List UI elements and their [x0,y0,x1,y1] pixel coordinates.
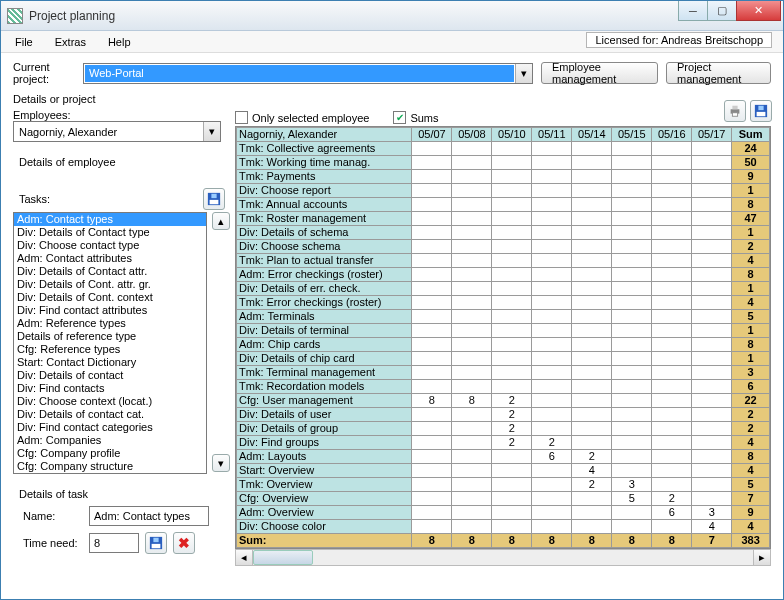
grid-cell[interactable] [692,352,732,366]
grid-header-sum[interactable]: Sum [732,128,770,142]
grid-cell[interactable] [492,142,532,156]
grid-cell[interactable] [612,282,652,296]
grid-cell[interactable] [572,226,612,240]
grid-cell[interactable]: 2 [572,450,612,464]
grid-header-date[interactable]: 05/11 [532,128,572,142]
grid-cell[interactable] [572,156,612,170]
grid-cell[interactable] [652,212,692,226]
grid-cell[interactable] [652,296,692,310]
table-row[interactable]: Start: Overview44 [237,464,770,478]
grid-cell[interactable]: 8 [452,394,492,408]
grid-cell[interactable] [652,352,692,366]
grid-cell[interactable] [492,450,532,464]
grid-cell[interactable] [452,520,492,534]
grid-cell[interactable] [412,142,452,156]
grid-cell[interactable] [652,436,692,450]
grid-cell[interactable] [412,506,452,520]
table-row[interactable]: Div: Details of user22 [237,408,770,422]
print-button[interactable] [724,100,746,122]
table-row[interactable]: Adm: Error checkings (roster)8 [237,268,770,282]
grid-cell[interactable] [612,408,652,422]
grid-cell[interactable] [652,366,692,380]
grid-cell[interactable] [532,240,572,254]
table-row[interactable]: Div: Find groups224 [237,436,770,450]
grid-cell[interactable] [692,198,732,212]
grid-cell[interactable] [412,170,452,184]
grid-header-date[interactable]: 05/14 [572,128,612,142]
grid-cell[interactable] [612,394,652,408]
only-selected-checkbox[interactable]: Only selected employee [235,111,369,124]
grid-cell[interactable] [412,352,452,366]
list-item[interactable]: Adm: Contact types [14,213,206,226]
list-item[interactable]: Div: Details of contact cat. [14,408,206,421]
chevron-down-icon[interactable]: ▾ [203,122,220,141]
task-name-field[interactable]: Adm: Contact types [89,506,209,526]
table-row[interactable]: Div: Choose report1 [237,184,770,198]
grid-cell[interactable] [612,366,652,380]
list-item[interactable]: Div: Details of Contact attr. [14,265,206,278]
grid-cell[interactable] [572,310,612,324]
grid-cell[interactable] [412,212,452,226]
grid-cell[interactable] [532,198,572,212]
grid-cell[interactable] [412,282,452,296]
grid-cell[interactable] [532,478,572,492]
menu-file[interactable]: File [11,34,37,50]
grid-cell[interactable] [692,184,732,198]
grid-cell[interactable] [452,142,492,156]
table-row[interactable]: Tmk: Annual accounts8 [237,198,770,212]
table-row[interactable]: Div: Details of group22 [237,422,770,436]
grid-cell[interactable] [452,184,492,198]
grid-cell[interactable] [692,142,732,156]
table-row[interactable]: Adm: Chip cards8 [237,338,770,352]
grid-cell[interactable] [412,324,452,338]
table-row[interactable]: Tmk: Error checkings (roster)4 [237,296,770,310]
grid-cell[interactable] [492,254,532,268]
grid-cell[interactable] [652,268,692,282]
grid-cell[interactable] [572,254,612,268]
tasks-listbox[interactable]: Adm: Contact typesDiv: Details of Contac… [13,212,207,474]
table-row[interactable]: Cfg: User management88222 [237,394,770,408]
grid-cell[interactable] [532,492,572,506]
grid-cell[interactable] [692,366,732,380]
grid-cell[interactable]: 2 [492,394,532,408]
grid-cell[interactable] [492,156,532,170]
grid-cell[interactable] [652,422,692,436]
list-item[interactable]: Cfg: Company profile [14,447,206,460]
grid-cell[interactable] [412,520,452,534]
table-row[interactable]: Div: Details of err. check.1 [237,282,770,296]
list-item[interactable]: Start: Contact Dictionary [14,356,206,369]
grid-cell[interactable] [412,296,452,310]
grid-cell[interactable] [692,436,732,450]
grid-cell[interactable] [572,520,612,534]
maximize-button[interactable]: ▢ [707,1,737,21]
grid-cell[interactable] [412,436,452,450]
save-grid-button[interactable] [750,100,772,122]
table-row[interactable]: Tmk: Recordation models6 [237,380,770,394]
table-row[interactable]: Tmk: Terminal management3 [237,366,770,380]
grid-cell[interactable] [572,338,612,352]
grid-cell[interactable] [492,492,532,506]
grid-cell[interactable] [612,338,652,352]
grid-cell[interactable]: 3 [692,506,732,520]
grid-header-date[interactable]: 05/15 [612,128,652,142]
grid-cell[interactable] [572,366,612,380]
grid-cell[interactable]: 4 [692,520,732,534]
grid-cell[interactable] [492,226,532,240]
grid-cell[interactable] [412,450,452,464]
grid-cell[interactable] [692,170,732,184]
grid-cell[interactable] [572,422,612,436]
grid-cell[interactable] [652,184,692,198]
save-task-button[interactable] [145,532,167,554]
grid-cell[interactable] [412,380,452,394]
grid-cell[interactable] [572,380,612,394]
grid-cell[interactable] [692,324,732,338]
grid-cell[interactable] [612,450,652,464]
table-row[interactable]: Div: Choose color44 [237,520,770,534]
grid-cell[interactable] [612,212,652,226]
table-row[interactable]: Tmk: Working time manag.50 [237,156,770,170]
list-item[interactable]: Div: Find contacts [14,382,206,395]
list-item[interactable]: Div: Find contact categories [14,421,206,434]
grid-cell[interactable] [572,352,612,366]
grid-cell[interactable] [532,268,572,282]
grid-cell[interactable] [612,156,652,170]
